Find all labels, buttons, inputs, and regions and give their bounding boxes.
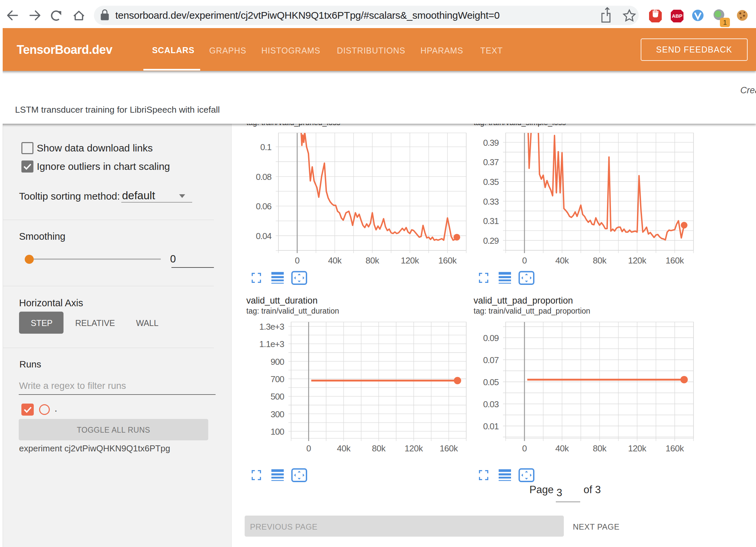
svg-text:0.1: 0.1 [260,142,272,152]
svg-text:0: 0 [522,255,527,265]
svg-text:0.09: 0.09 [483,333,499,343]
svg-text:700: 700 [271,374,284,384]
svg-text:40k: 40k [555,255,569,265]
svg-text:300: 300 [271,409,284,419]
svg-text:0.08: 0.08 [256,172,271,182]
svg-text:1.1e+3: 1.1e+3 [259,339,284,349]
svg-text:80k: 80k [593,443,607,453]
svg-text:0.37: 0.37 [483,157,499,167]
svg-text:80k: 80k [593,255,607,265]
svg-text:0.05: 0.05 [483,377,499,387]
svg-text:0.35: 0.35 [483,177,499,187]
svg-text:0: 0 [306,443,311,453]
svg-text:80k: 80k [372,443,386,453]
svg-text:0: 0 [522,443,527,453]
svg-text:0.03: 0.03 [483,399,499,409]
svg-text:160k: 160k [438,255,457,265]
svg-text:0.33: 0.33 [483,197,499,207]
svg-text:1: 1 [723,18,727,26]
svg-text:0: 0 [295,255,299,265]
svg-text:0.01: 0.01 [483,421,499,431]
svg-text:40k: 40k [328,255,342,265]
svg-text:0.29: 0.29 [483,236,499,246]
svg-text:120k: 120k [628,255,647,265]
svg-text:ABP: ABP [672,13,682,19]
svg-text:0.06: 0.06 [256,201,271,211]
svg-text:40k: 40k [337,443,351,453]
svg-text:40k: 40k [555,443,569,453]
svg-text:1.3e+3: 1.3e+3 [259,322,284,332]
svg-text:160k: 160k [666,443,684,453]
svg-text:0.04: 0.04 [256,231,271,241]
svg-text:80k: 80k [366,255,380,265]
svg-text:500: 500 [271,392,284,402]
svg-text:0.31: 0.31 [483,216,499,226]
svg-text:120k: 120k [405,443,423,453]
svg-text:900: 900 [271,357,284,367]
svg-text:160k: 160k [439,443,458,453]
svg-text:160k: 160k [666,255,684,265]
svg-text:0.39: 0.39 [483,138,499,148]
svg-text:120k: 120k [401,255,419,265]
svg-text:0.07: 0.07 [483,355,499,365]
svg-text:120k: 120k [628,443,647,453]
svg-text:100: 100 [271,427,284,437]
